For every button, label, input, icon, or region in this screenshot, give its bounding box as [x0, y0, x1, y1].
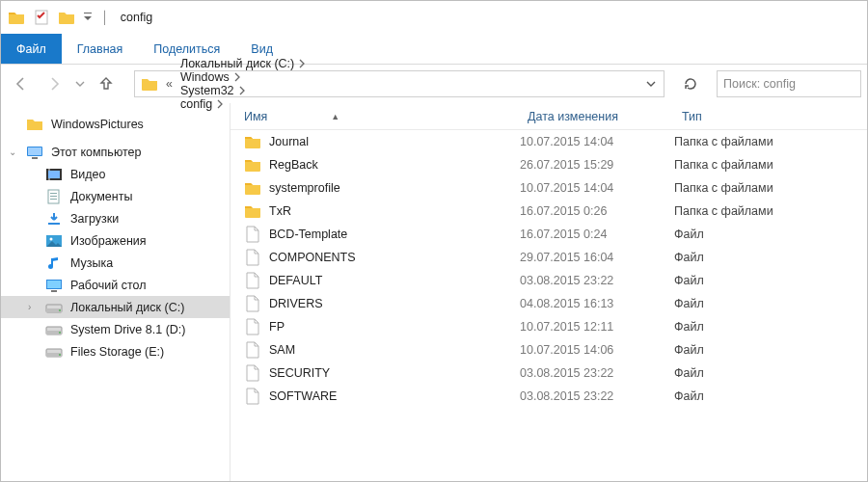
history-chevron-icon[interactable]: «: [162, 77, 176, 91]
sidebar-item-label: Рабочий стол: [70, 279, 146, 292]
sidebar-item[interactable]: Изображения: [1, 229, 230, 252]
column-type[interactable]: Тип: [674, 110, 867, 123]
sidebar-item-windowspictures[interactable]: WindowsPictures: [1, 113, 230, 135]
file-date: 16.07.2015 0:24: [520, 228, 674, 241]
sidebar-item-label: System Drive 8.1 (D:): [70, 323, 185, 336]
breadcrumb-item[interactable]: Локальный диск (C:): [178, 57, 308, 70]
breadcrumb-item[interactable]: System32: [178, 84, 308, 97]
file-row[interactable]: DRIVERS04.08.2015 16:13Файл: [231, 292, 867, 315]
sidebar-item[interactable]: Видео: [1, 163, 230, 185]
sidebar-item-label: Загрузки: [70, 212, 119, 226]
nav-pane: WindowsPictures ⌄ Этот компьютер ВидеоДо…: [1, 103, 231, 481]
sidebar-item[interactable]: Рабочий стол: [1, 274, 230, 296]
svg-point-15: [50, 237, 53, 240]
ribbon-tabs: Файл Главная Поделиться Вид: [1, 34, 867, 65]
expand-icon[interactable]: ›: [28, 302, 31, 312]
properties-icon[interactable]: [32, 8, 51, 27]
tab-file[interactable]: Файл: [1, 34, 62, 64]
column-name[interactable]: Имя ▲: [231, 110, 520, 123]
sidebar-item[interactable]: Музыка: [1, 252, 230, 274]
address-bar[interactable]: « Локальный диск (C:)WindowsSystem32conf…: [134, 70, 665, 97]
sidebar-item-label: Локальный диск (C:): [70, 301, 184, 314]
file-date: 10.07.2015 14:04: [520, 181, 674, 195]
recent-dropdown-icon[interactable]: [72, 69, 88, 98]
file-name: Journal: [269, 135, 309, 148]
folder-icon: [26, 116, 43, 133]
video-icon: [45, 166, 63, 183]
file-icon: [244, 249, 261, 266]
svg-rect-10: [50, 193, 57, 194]
file-name: TxR: [269, 204, 291, 218]
chevron-right-icon[interactable]: [238, 86, 246, 95]
file-row[interactable]: systemprofile10.07.2015 14:04Папка с фай…: [231, 176, 867, 200]
music-icon: [45, 254, 63, 272]
sidebar-item-label: Этот компьютер: [51, 146, 141, 159]
svg-point-16: [48, 264, 53, 269]
sidebar-item-thispc[interactable]: ⌄ Этот компьютер: [1, 141, 230, 163]
collapse-icon[interactable]: ⌄: [9, 147, 16, 157]
file-name: DEFAULT: [269, 274, 322, 287]
file-type: Папка с файлами: [674, 204, 867, 218]
sidebar-item[interactable]: ›Локальный диск (C:): [1, 296, 230, 318]
file-row[interactable]: SOFTWARE03.08.2015 23:22Файл: [231, 385, 867, 408]
computer-icon: [26, 144, 43, 161]
forward-button[interactable]: [40, 69, 68, 98]
qat-dropdown-icon[interactable]: [82, 8, 94, 27]
address-dropdown-icon[interactable]: [640, 79, 662, 89]
search-input[interactable]: Поиск: config: [717, 70, 861, 97]
file-row[interactable]: SECURITY03.08.2015 23:22Файл: [231, 362, 867, 385]
breadcrumb-item[interactable]: Windows: [178, 70, 308, 84]
file-row[interactable]: BCD-Template16.07.2015 0:24Файл: [231, 223, 867, 246]
file-row[interactable]: DEFAULT03.08.2015 23:22Файл: [231, 269, 867, 292]
file-type: Файл: [674, 389, 867, 403]
svg-point-7: [48, 169, 50, 171]
file-row[interactable]: RegBack26.07.2015 15:29Папка с файлами: [231, 153, 867, 176]
refresh-button[interactable]: [678, 71, 703, 96]
svg-rect-0: [36, 11, 47, 24]
tab-home[interactable]: Главная: [62, 34, 139, 64]
drive-icon: [45, 321, 63, 338]
file-row[interactable]: Journal10.07.2015 14:04Папка с файлами: [231, 130, 867, 153]
sidebar-item[interactable]: System Drive 8.1 (D:): [1, 318, 230, 340]
file-icon: [244, 318, 261, 335]
file-date: 04.08.2015 16:13: [520, 297, 674, 310]
explorer-body: WindowsPictures ⌄ Этот компьютер ВидеоДо…: [1, 103, 867, 481]
sidebar-item[interactable]: Документы: [1, 185, 230, 207]
svg-rect-6: [48, 171, 60, 178]
chevron-right-icon[interactable]: [298, 59, 306, 68]
folder-icon: [244, 156, 261, 174]
folder-icon: [244, 179, 261, 197]
file-name: RegBack: [269, 158, 318, 172]
sidebar-item-label: WindowsPictures: [51, 118, 144, 131]
folder-icon: [244, 133, 261, 150]
column-headers: Имя ▲ Дата изменения Тип: [231, 103, 867, 130]
sidebar-item[interactable]: Загрузки: [1, 207, 230, 229]
nav-toolbar: « Локальный диск (C:)WindowsSystem32conf…: [1, 65, 867, 103]
back-button[interactable]: [7, 69, 36, 98]
file-name: SAM: [269, 343, 295, 357]
up-button[interactable]: [92, 69, 121, 98]
file-type: Файл: [674, 274, 867, 287]
file-date: 03.08.2015 23:22: [520, 389, 674, 403]
file-row[interactable]: SAM10.07.2015 14:06Файл: [231, 338, 867, 362]
file-icon: [244, 295, 261, 312]
file-row[interactable]: TxR16.07.2015 0:26Папка с файлами: [231, 200, 867, 223]
docs-icon: [45, 188, 63, 205]
sidebar-item-label: Видео: [70, 168, 106, 181]
column-date[interactable]: Дата изменения: [520, 110, 674, 123]
file-date: 29.07.2015 16:04: [520, 251, 674, 264]
file-date: 16.07.2015 0:26: [520, 204, 674, 218]
file-row[interactable]: COMPONENTS29.07.2015 16:04Файл: [231, 246, 867, 269]
svg-rect-19: [51, 290, 57, 292]
title-bar: │ config: [1, 1, 867, 34]
chevron-right-icon[interactable]: [233, 72, 241, 82]
file-type: Файл: [674, 228, 867, 241]
file-type: Файл: [674, 297, 867, 310]
sidebar-item[interactable]: Files Storage (E:): [1, 340, 230, 362]
file-icon: [244, 272, 261, 289]
downloads-icon: [45, 210, 63, 228]
svg-point-28: [59, 354, 61, 356]
file-name: FP: [269, 320, 285, 334]
file-row[interactable]: FP10.07.2015 12:11Файл: [231, 315, 867, 338]
explorer-window: │ config Файл Главная Поделиться Вид « Л…: [0, 0, 868, 482]
